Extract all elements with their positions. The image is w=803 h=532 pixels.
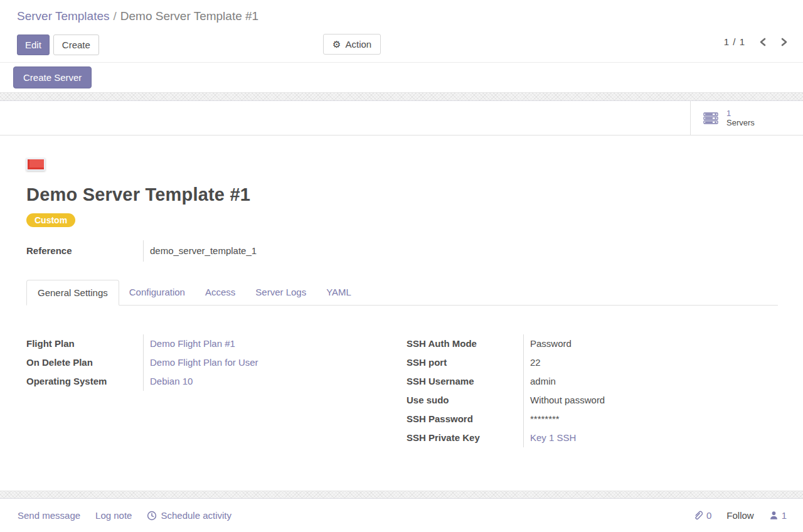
reference-field-row: Reference demo_server_template_1 bbox=[26, 240, 778, 262]
ssh-auth-mode-value: Password bbox=[523, 334, 778, 353]
form-sheet: 1 Servers Demo Server Template #1 Custom… bbox=[0, 101, 803, 491]
clock-icon bbox=[147, 511, 157, 521]
record-action-bar: Create Server bbox=[0, 63, 803, 92]
server-template-form-page: Server Templates/Demo Server Template #1… bbox=[0, 0, 803, 532]
ssh-auth-mode-field-row: SSH Auth Mode Password bbox=[407, 334, 778, 353]
tab-general-settings[interactable]: General Settings bbox=[26, 280, 119, 306]
pager-next-icon[interactable] bbox=[780, 38, 788, 46]
custom-badge: Custom bbox=[26, 213, 75, 227]
operating-system-value-link[interactable]: Debian 10 bbox=[143, 372, 398, 391]
pager-counter: 1 / 1 bbox=[724, 36, 745, 47]
record-image-thumbnail[interactable] bbox=[26, 158, 45, 171]
breadcrumb-parent-link[interactable]: Server Templates bbox=[17, 9, 110, 23]
button-box: 1 Servers bbox=[0, 101, 803, 136]
flight-plan-label: Flight Plan bbox=[26, 334, 143, 353]
pager-previous-icon[interactable] bbox=[759, 38, 767, 46]
control-panel-buttons: Edit Create bbox=[17, 35, 788, 55]
background-divider-bottom bbox=[0, 491, 803, 499]
breadcrumb-separator: / bbox=[114, 9, 117, 23]
schedule-activity-link[interactable]: Schedule activity bbox=[147, 510, 231, 521]
ssh-username-field-row: SSH Username admin bbox=[407, 372, 778, 391]
send-message-link[interactable]: Send message bbox=[18, 510, 80, 521]
follower-person-icon bbox=[769, 511, 779, 520]
reference-label: Reference bbox=[26, 240, 143, 262]
use-sudo-field-row: Use sudo Without password bbox=[407, 391, 778, 410]
servers-icon bbox=[703, 112, 719, 124]
send-message-label: Send message bbox=[18, 510, 80, 521]
ssh-username-value: admin bbox=[523, 372, 778, 391]
control-panel: Server Templates/Demo Server Template #1… bbox=[0, 0, 803, 63]
servers-count: 1 bbox=[726, 109, 755, 118]
ssh-private-key-value-link[interactable]: Key 1 SSH bbox=[523, 428, 778, 447]
servers-stat-text: 1 Servers bbox=[726, 109, 755, 127]
ssh-port-field-row: SSH port 22 bbox=[407, 353, 778, 372]
tab-yaml[interactable]: YAML bbox=[316, 280, 361, 306]
ssh-auth-mode-label: SSH Auth Mode bbox=[407, 334, 523, 353]
tab-server-logs[interactable]: Server Logs bbox=[245, 280, 316, 306]
ssh-private-key-field-row: SSH Private Key Key 1 SSH bbox=[407, 428, 778, 447]
background-divider-top bbox=[0, 92, 803, 101]
action-dropdown-button[interactable]: ⚙ Action bbox=[323, 34, 381, 55]
fields-column-left: Flight Plan Demo Flight Plan #1 On Delet… bbox=[26, 334, 398, 391]
operating-system-field-row: Operating System Debian 10 bbox=[26, 372, 398, 391]
reference-value: demo_server_template_1 bbox=[143, 240, 778, 262]
follow-button[interactable]: Follow bbox=[726, 510, 753, 521]
fields-column-right: SSH Auth Mode Password SSH port 22 SSH U… bbox=[407, 334, 778, 447]
breadcrumb-current: Demo Server Template #1 bbox=[120, 9, 258, 23]
ssh-password-label: SSH Password bbox=[407, 410, 523, 428]
ssh-password-value: ******** bbox=[523, 410, 778, 428]
chatter-right-tools: 0 Follow 1 bbox=[693, 510, 787, 521]
flight-plan-field-row: Flight Plan Demo Flight Plan #1 bbox=[26, 334, 398, 353]
breadcrumb: Server Templates/Demo Server Template #1 bbox=[17, 8, 788, 24]
gear-icon: ⚙ bbox=[332, 40, 341, 49]
chatter-toolbar: Send message Log note Schedule activity … bbox=[0, 499, 803, 532]
ssh-password-field-row: SSH Password ******** bbox=[407, 410, 778, 428]
attachments-button[interactable]: 0 bbox=[693, 510, 711, 521]
log-note-label: Log note bbox=[95, 510, 132, 521]
on-delete-plan-value-link[interactable]: Demo Flight Plan for User bbox=[143, 353, 398, 372]
ssh-port-label: SSH port bbox=[407, 353, 523, 372]
servers-label: Servers bbox=[726, 118, 755, 127]
sheet-body: Demo Server Template #1 Custom Reference… bbox=[0, 136, 803, 491]
on-delete-plan-label: On Delete Plan bbox=[26, 353, 143, 372]
use-sudo-label: Use sudo bbox=[407, 391, 523, 410]
log-note-link[interactable]: Log note bbox=[95, 510, 132, 521]
operating-system-label: Operating System bbox=[26, 372, 143, 391]
followers-count: 1 bbox=[782, 510, 787, 521]
action-button-label: Action bbox=[345, 38, 371, 50]
followers-button[interactable]: 1 bbox=[769, 510, 787, 521]
on-delete-plan-field-row: On Delete Plan Demo Flight Plan for User bbox=[26, 353, 398, 372]
create-server-button[interactable]: Create Server bbox=[13, 66, 92, 88]
ssh-username-label: SSH Username bbox=[407, 372, 523, 391]
flight-plan-value-link[interactable]: Demo Flight Plan #1 bbox=[143, 334, 398, 353]
servers-stat-button[interactable]: 1 Servers bbox=[690, 101, 803, 135]
pager: 1 / 1 bbox=[724, 36, 788, 47]
tab-configuration[interactable]: Configuration bbox=[119, 280, 195, 306]
create-button[interactable]: Create bbox=[53, 35, 99, 55]
use-sudo-value: Without password bbox=[523, 391, 778, 410]
ssh-port-value: 22 bbox=[523, 353, 778, 372]
ssh-private-key-label: SSH Private Key bbox=[407, 428, 523, 447]
schedule-activity-label: Schedule activity bbox=[161, 510, 231, 521]
notebook-tabs: General Settings Configuration Access Se… bbox=[26, 279, 778, 306]
attachments-count: 0 bbox=[706, 510, 711, 521]
general-settings-fields: Flight Plan Demo Flight Plan #1 On Delet… bbox=[26, 334, 778, 447]
edit-button[interactable]: Edit bbox=[17, 35, 50, 55]
tab-access[interactable]: Access bbox=[195, 280, 245, 306]
record-title: Demo Server Template #1 bbox=[26, 184, 778, 205]
paperclip-icon bbox=[693, 510, 703, 521]
